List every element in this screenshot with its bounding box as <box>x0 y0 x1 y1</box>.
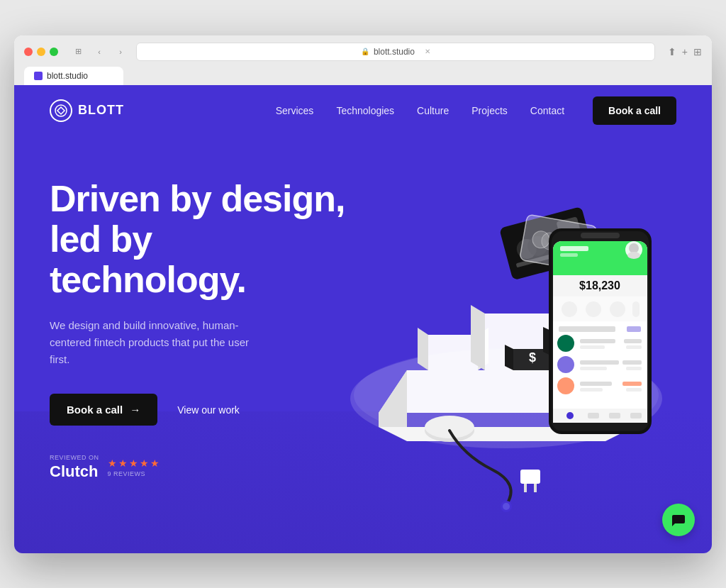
tabs-grid-icon[interactable]: ⊞ <box>693 46 702 57</box>
star-1: ★ <box>108 457 117 469</box>
svg-rect-59 <box>624 339 642 343</box>
svg-rect-25 <box>520 470 540 484</box>
svg-point-66 <box>557 377 574 394</box>
svg-rect-52 <box>610 301 625 317</box>
traffic-lights <box>24 48 58 56</box>
chat-button[interactable] <box>662 504 695 536</box>
back-button[interactable]: ‹ <box>91 45 108 59</box>
hero-book-call-label: Book a call <box>67 404 123 416</box>
star-5: ★ <box>150 457 160 469</box>
svg-rect-27 <box>534 484 537 492</box>
svg-rect-60 <box>626 345 642 349</box>
tab-bar: blott.studio <box>14 67 712 85</box>
nav-services[interactable]: Services <box>276 105 314 116</box>
svg-rect-53 <box>632 301 640 317</box>
svg-point-24 <box>503 503 510 510</box>
nav-book-call-button[interactable]: Book a call <box>593 96 676 125</box>
svg-rect-64 <box>622 360 642 365</box>
svg-rect-26 <box>524 484 527 492</box>
tab-favicon <box>34 72 43 80</box>
svg-rect-65 <box>626 367 642 370</box>
sidebar-toggle-button[interactable]: ⊞ <box>69 45 86 59</box>
nav-culture[interactable]: Culture <box>417 105 449 116</box>
logo-icon <box>50 99 72 122</box>
star-2: ★ <box>118 457 128 469</box>
navigation: BLOTT Services Technologies Culture Proj… <box>14 85 712 136</box>
svg-rect-63 <box>580 367 607 370</box>
minimize-traffic-light[interactable] <box>37 48 45 56</box>
svg-rect-46 <box>560 253 578 257</box>
svg-rect-41 <box>553 262 647 275</box>
star-4: ★ <box>140 457 149 469</box>
svg-rect-68 <box>580 388 603 392</box>
svg-rect-50 <box>562 301 577 317</box>
fintech-illustration: $ % <box>322 150 691 553</box>
share-icon[interactable]: ⬆ <box>668 46 676 57</box>
browser-window: ⊞ ‹ › 🔒 blott.studio ✕ ⬆ + ⊞ blott.studi… <box>14 35 712 553</box>
hero-view-work-link[interactable]: View our work <box>177 404 240 416</box>
close-tab-btn[interactable]: ✕ <box>425 48 430 55</box>
hero-subtext: We design and build innovative, human-ce… <box>50 317 262 368</box>
svg-point-44 <box>627 252 640 259</box>
svg-rect-58 <box>580 345 605 349</box>
svg-rect-62 <box>580 360 619 365</box>
svg-point-74 <box>566 412 574 419</box>
browser-controls: ⊞ ‹ › <box>69 45 129 59</box>
hero-content: Driven by design, led by technology. We … <box>50 179 347 481</box>
svg-point-22 <box>425 416 474 438</box>
svg-marker-7 <box>428 335 478 370</box>
new-tab-icon[interactable]: + <box>682 46 688 57</box>
forward-button[interactable]: › <box>112 45 129 59</box>
star-3: ★ <box>129 457 138 469</box>
clutch-stars: ★ ★ ★ ★ ★ <box>108 457 160 469</box>
logo[interactable]: BLOTT <box>50 99 124 122</box>
svg-rect-57 <box>580 339 615 343</box>
svg-rect-45 <box>560 246 588 251</box>
maximize-traffic-light[interactable] <box>50 48 58 56</box>
svg-text:$: $ <box>529 350 536 365</box>
svg-rect-39 <box>581 233 620 238</box>
svg-marker-11 <box>471 305 485 370</box>
clutch-name: Clutch <box>50 462 99 481</box>
svg-point-56 <box>557 335 574 352</box>
svg-rect-77 <box>630 413 642 418</box>
svg-rect-51 <box>586 301 601 317</box>
browser-actions: ⬆ + ⊞ <box>668 46 702 57</box>
svg-marker-14 <box>505 345 513 370</box>
url-text: blott.studio <box>374 47 415 57</box>
hero-illustration: $ % <box>322 150 691 553</box>
svg-point-43 <box>629 243 639 253</box>
svg-marker-8 <box>418 328 428 370</box>
svg-rect-54 <box>559 326 615 332</box>
hero-section: Driven by design, led by technology. We … <box>14 136 712 523</box>
svg-rect-70 <box>626 388 642 392</box>
browser-chrome: ⊞ ‹ › 🔒 blott.studio ✕ ⬆ + ⊞ <box>14 35 712 67</box>
clutch-section: REVIEWED ON Clutch ★ ★ ★ ★ ★ 9 REVIEWS <box>50 454 347 481</box>
nav-links: Services Technologies Culture Projects C… <box>276 105 570 116</box>
svg-point-61 <box>557 356 574 373</box>
tab-label: blott.studio <box>47 71 88 81</box>
svg-rect-67 <box>580 382 612 386</box>
nav-technologies[interactable]: Technologies <box>336 105 394 116</box>
clutch-info: REVIEWED ON Clutch <box>50 454 99 481</box>
svg-rect-76 <box>609 413 620 418</box>
address-bar[interactable]: 🔒 blott.studio ✕ <box>136 43 655 61</box>
hero-headline-line2: led by technology. <box>50 218 246 300</box>
svg-text:$18,230: $18,230 <box>579 279 620 292</box>
nav-contact[interactable]: Contact <box>530 105 564 116</box>
arrow-icon: → <box>130 404 140 416</box>
hero-buttons: Book a call → View our work <box>50 394 347 426</box>
clutch-reviewed-on: REVIEWED ON <box>50 454 99 462</box>
svg-rect-75 <box>588 413 599 418</box>
svg-rect-55 <box>627 326 641 332</box>
hero-headline: Driven by design, led by technology. <box>50 179 347 301</box>
active-tab[interactable]: blott.studio <box>24 67 123 85</box>
hero-headline-line1: Driven by design, <box>50 178 345 219</box>
hero-book-call-button[interactable]: Book a call → <box>50 394 157 426</box>
lock-icon: 🔒 <box>361 48 369 55</box>
svg-rect-69 <box>622 382 642 386</box>
clutch-rating: ★ ★ ★ ★ ★ 9 REVIEWS <box>108 457 160 477</box>
logo-text: BLOTT <box>78 103 124 118</box>
close-traffic-light[interactable] <box>24 48 33 56</box>
nav-projects[interactable]: Projects <box>471 105 508 116</box>
